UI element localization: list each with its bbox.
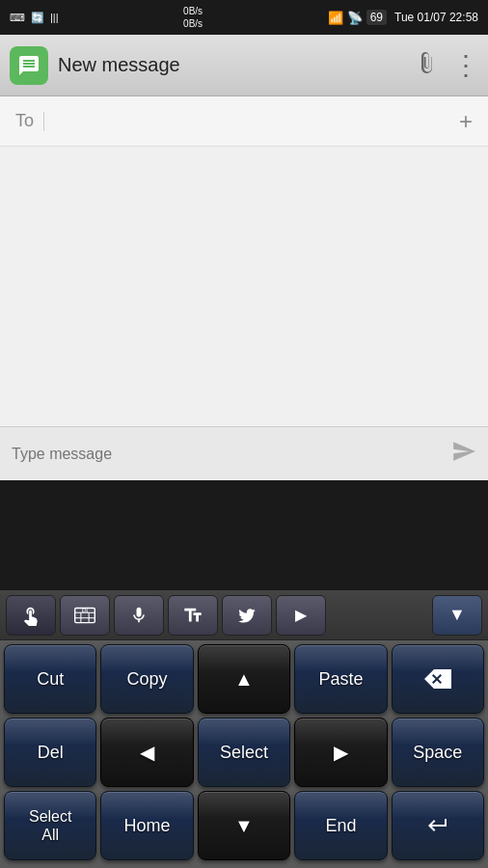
wifi-icon: 📶	[328, 11, 343, 25]
status-right-icons: 📶 📡 69 Tue 01/07 22:58	[328, 10, 478, 25]
page-title: New message	[58, 54, 416, 76]
send-icon[interactable]	[451, 439, 476, 470]
space-key[interactable]: Space	[392, 718, 484, 787]
end-key[interactable]: End	[294, 791, 387, 860]
type-message-input[interactable]	[12, 446, 451, 463]
keyboard-row-2: Del ◀ Select ▶ Space	[4, 718, 484, 787]
layout-key[interactable]: EN	[60, 595, 110, 636]
arrow-right-key[interactable]: ▶	[294, 718, 387, 787]
arrow-down-key[interactable]: ▼	[198, 791, 290, 860]
sms-app-logo	[17, 54, 41, 77]
keyboard-row-3: SelectAll Home ▼ End	[4, 791, 484, 860]
add-recipient-icon[interactable]: +	[459, 108, 473, 135]
mic-key[interactable]	[114, 595, 164, 636]
gesture-key[interactable]	[6, 595, 56, 636]
app-bar-actions: ⋮	[416, 49, 478, 81]
paste-key[interactable]: Paste	[294, 644, 387, 714]
keyboard: EN ▶ ▼ Cut Copy	[0, 590, 488, 868]
select-all-key[interactable]: SelectAll	[4, 791, 96, 860]
backspace-key[interactable]	[392, 644, 484, 714]
return-icon	[425, 815, 450, 836]
datetime-display: Tue 01/07 22:58	[394, 11, 478, 24]
network-speed: 0B/s 0B/s	[183, 5, 203, 30]
select-key[interactable]: Select	[198, 718, 290, 787]
del-key[interactable]: Del	[4, 718, 96, 787]
home-key[interactable]: Home	[100, 791, 193, 860]
twitter-key[interactable]	[222, 595, 272, 636]
keyboard-status-icon: ⌨	[10, 12, 25, 24]
sync-status-icon: 🔄	[31, 12, 44, 24]
keyboard-row-1: Cut Copy ▲ Paste	[4, 644, 484, 714]
app-icon	[10, 46, 48, 85]
to-label: To	[15, 111, 34, 131]
overflow-menu-icon[interactable]: ⋮	[452, 49, 478, 81]
cut-key[interactable]: Cut	[4, 644, 96, 714]
to-field: To +	[0, 96, 488, 147]
signal-icon: 📡	[347, 11, 363, 25]
message-body[interactable]	[0, 147, 488, 426]
battery-icon: 69	[366, 10, 387, 25]
backspace-icon	[424, 669, 451, 689]
keyboard-rows: Cut Copy ▲ Paste Del ◀	[0, 640, 488, 868]
app-bar: New message ⋮	[0, 35, 488, 96]
type-message-bar	[0, 426, 488, 480]
bars-status-icon: |||	[50, 12, 59, 23]
keyboard-toolbar: EN ▶ ▼	[0, 590, 488, 640]
text-style-key[interactable]	[168, 595, 218, 636]
arrow-left-key[interactable]: ◀	[100, 718, 193, 787]
arrow-up-key[interactable]: ▲	[198, 644, 290, 714]
to-input[interactable]	[54, 113, 459, 130]
status-left-icons: ⌨ 🔄 |||	[10, 12, 59, 24]
copy-key[interactable]: Copy	[100, 644, 193, 714]
return-key[interactable]	[392, 791, 484, 860]
svg-text:EN: EN	[82, 608, 89, 612]
attachment-icon[interactable]	[416, 51, 439, 80]
status-bar: ⌨ 🔄 ||| 0B/s 0B/s 📶 📡 69 Tue 01/07 22:58	[0, 0, 488, 35]
more-key[interactable]: ▶	[276, 595, 326, 636]
collapse-keyboard-button[interactable]: ▼	[432, 595, 482, 636]
